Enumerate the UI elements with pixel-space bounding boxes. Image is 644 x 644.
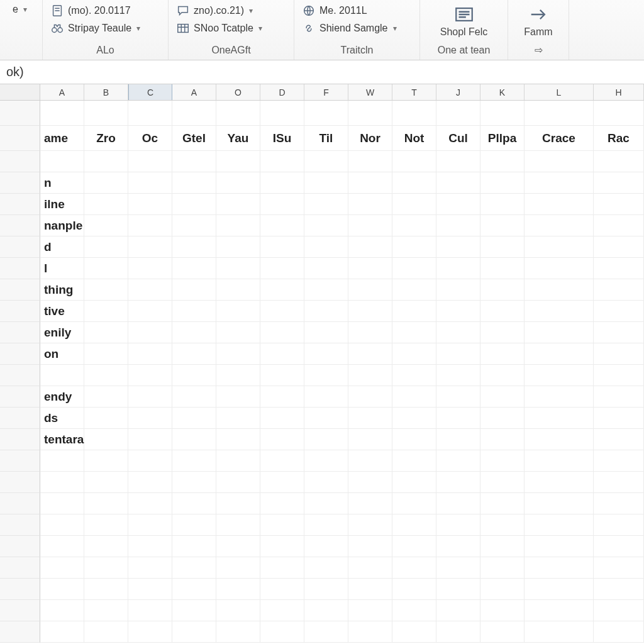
ribbon-item-stripay[interactable]: Stripay Teaule ▾: [48, 20, 163, 36]
cell[interactable]: [40, 579, 84, 600]
cell[interactable]: [128, 301, 172, 322]
cell[interactable]: [436, 194, 480, 215]
cell[interactable]: [172, 258, 216, 279]
cell[interactable]: [348, 236, 392, 258]
cell[interactable]: [216, 279, 260, 301]
cell[interactable]: [594, 365, 644, 386]
col-header[interactable]: K: [480, 84, 525, 100]
cell[interactable]: [594, 236, 644, 258]
row-header[interactable]: [0, 279, 40, 301]
cell[interactable]: [304, 621, 348, 643]
cell[interactable]: [128, 151, 172, 172]
cell[interactable]: [128, 536, 172, 557]
header-cell[interactable]: Gtel: [172, 126, 216, 151]
cell[interactable]: [172, 621, 216, 643]
cell[interactable]: [480, 279, 525, 301]
cell[interactable]: [436, 322, 480, 343]
cell[interactable]: [392, 579, 436, 600]
cell[interactable]: [348, 322, 392, 343]
cell[interactable]: [304, 386, 348, 408]
cell[interactable]: [392, 236, 436, 258]
cell[interactable]: [260, 365, 304, 386]
cell[interactable]: [84, 301, 128, 322]
cell[interactable]: [128, 579, 172, 600]
cell[interactable]: [260, 258, 304, 279]
cell[interactable]: [304, 579, 348, 600]
cell[interactable]: [128, 514, 172, 536]
cell[interactable]: [480, 194, 525, 215]
grid[interactable]: ameZroOcGtelYauISuTilNorNotCulPllpaCrace…: [0, 101, 644, 643]
cell[interactable]: [525, 408, 594, 429]
cell[interactable]: [304, 236, 348, 258]
cell[interactable]: [348, 386, 392, 408]
cell[interactable]: [304, 514, 348, 536]
cell[interactable]: [480, 258, 525, 279]
cell[interactable]: [594, 493, 644, 514]
cell[interactable]: [594, 450, 644, 472]
cell[interactable]: [260, 236, 304, 258]
cell[interactable]: [525, 472, 594, 493]
cell[interactable]: [594, 386, 644, 408]
cell[interactable]: [172, 514, 216, 536]
cell[interactable]: [348, 557, 392, 579]
cell[interactable]: [84, 536, 128, 557]
cell[interactable]: [260, 172, 304, 194]
cell[interactable]: [172, 493, 216, 514]
cell[interactable]: [348, 450, 392, 472]
cell[interactable]: [348, 172, 392, 194]
cell[interactable]: [480, 343, 525, 365]
cell[interactable]: [348, 429, 392, 450]
cell[interactable]: [480, 101, 525, 126]
cell[interactable]: [436, 343, 480, 365]
cell[interactable]: [216, 579, 260, 600]
header-cell[interactable]: Yau: [216, 126, 260, 151]
ribbon-button-shopl[interactable]: Shopl Felc: [425, 3, 502, 39]
cell[interactable]: [525, 365, 594, 386]
cell[interactable]: [128, 194, 172, 215]
cell[interactable]: [84, 450, 128, 472]
row-header[interactable]: [0, 322, 40, 343]
cell[interactable]: [128, 600, 172, 621]
row-header[interactable]: [0, 621, 40, 643]
cell[interactable]: [260, 101, 304, 126]
cell[interactable]: [84, 236, 128, 258]
cell[interactable]: [84, 557, 128, 579]
ribbon-item-e[interactable]: e ▾: [10, 3, 37, 16]
cell[interactable]: [525, 514, 594, 536]
col-header[interactable]: F: [304, 84, 348, 100]
cell[interactable]: [260, 151, 304, 172]
cell[interactable]: [436, 301, 480, 322]
cell[interactable]: [84, 600, 128, 621]
cell[interactable]: [525, 301, 594, 322]
cell[interactable]: [304, 343, 348, 365]
cell[interactable]: [525, 557, 594, 579]
row-header[interactable]: [0, 215, 40, 236]
cell[interactable]: [480, 450, 525, 472]
cell[interactable]: [304, 172, 348, 194]
cell[interactable]: [525, 258, 594, 279]
cell[interactable]: [84, 172, 128, 194]
cell[interactable]: [216, 536, 260, 557]
cell[interactable]: [392, 408, 436, 429]
cell[interactable]: n: [40, 172, 84, 194]
cell[interactable]: tive: [40, 301, 84, 322]
cell[interactable]: nanple: [40, 215, 84, 236]
row-header[interactable]: [0, 493, 40, 514]
cell[interactable]: [480, 600, 525, 621]
header-cell[interactable]: Zro: [84, 126, 128, 151]
cell[interactable]: [216, 365, 260, 386]
cell[interactable]: [525, 322, 594, 343]
cell[interactable]: [348, 579, 392, 600]
header-cell[interactable]: Rac: [594, 126, 644, 151]
cell[interactable]: [348, 408, 392, 429]
cell[interactable]: [525, 194, 594, 215]
cell[interactable]: [216, 493, 260, 514]
cell[interactable]: [392, 215, 436, 236]
cell[interactable]: [216, 450, 260, 472]
cell[interactable]: [128, 215, 172, 236]
cell[interactable]: [392, 450, 436, 472]
cell[interactable]: [392, 472, 436, 493]
cell[interactable]: [348, 365, 392, 386]
cell[interactable]: [594, 343, 644, 365]
cell[interactable]: [436, 536, 480, 557]
